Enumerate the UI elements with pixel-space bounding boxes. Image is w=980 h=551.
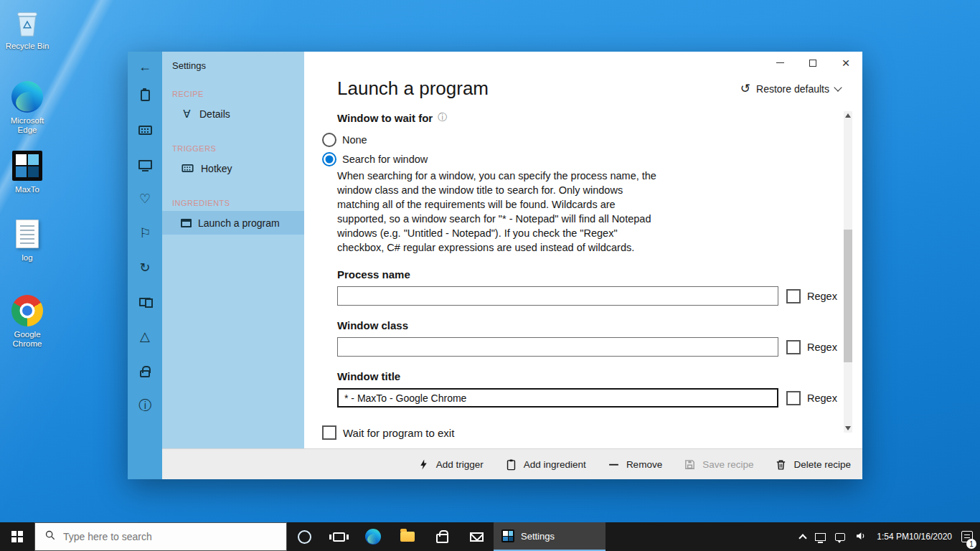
wait-for-exit-checkbox[interactable] (322, 425, 336, 440)
taskbar-clock[interactable]: 1:54 PM 10/16/2020 (875, 530, 953, 544)
details-icon: ∀ (181, 108, 193, 121)
scroll-down-arrow[interactable] (845, 426, 851, 430)
desktop-icon-label: Google Chrome (0, 330, 55, 349)
scroll-up-arrow[interactable] (845, 113, 851, 118)
window-title-regex-checkbox[interactable] (786, 391, 801, 405)
desktop-icon-microsoft-edge[interactable]: Microsoft Edge (0, 80, 55, 135)
restore-defaults-label: Restore defaults (756, 83, 829, 95)
section-header-ingredients: INGREDIENTS (162, 199, 304, 207)
tray-ime-button[interactable] (834, 532, 847, 542)
task-view-button[interactable] (321, 522, 356, 551)
main-content: × Launch a program ↺ Restore defaults Wi… (304, 52, 862, 448)
rail-button-hotkeys[interactable] (128, 122, 162, 138)
rail-button-updates[interactable]: ↻ (128, 260, 162, 276)
search-input[interactable] (63, 531, 277, 542)
sidebar-item-label: Hotkey (201, 163, 232, 174)
desktop-icon-maxto[interactable]: MaxTo (0, 149, 55, 194)
delete-recipe-button[interactable]: Delete recipe (775, 458, 851, 471)
rail-button-monitors[interactable] (128, 156, 162, 172)
cortana-button[interactable] (287, 522, 321, 551)
regex-label: Regex (807, 342, 837, 353)
window-title-input[interactable] (337, 388, 778, 408)
close-icon: × (842, 56, 849, 70)
rail-button-diagnostics[interactable]: △ (128, 329, 162, 344)
back-arrow-icon: ← (138, 60, 151, 75)
desktop-icon-label: Microsoft Edge (0, 116, 55, 135)
desktop-icon-recycle-bin[interactable]: Recycle Bin (0, 6, 55, 51)
settings-app-icon (501, 529, 514, 542)
process-name-input[interactable] (337, 286, 778, 306)
settings-sidebar: Settings RECIPE ∀ Details TRIGGERS Hotke… (162, 52, 304, 448)
rail-button-flags[interactable]: ⚐ (128, 225, 162, 241)
close-button[interactable]: × (829, 52, 862, 74)
maximize-icon (809, 60, 816, 67)
tray-volume-button[interactable] (853, 528, 869, 546)
store-bag-icon (436, 534, 448, 543)
info-icon: ⓘ (138, 399, 151, 412)
clipboard-icon (141, 90, 150, 101)
radio-none-circle[interactable] (322, 133, 336, 147)
nav-rail: ← ♡ ⚐ ↻ △ ⓘ (128, 52, 162, 479)
sidebar-item-label: Details (199, 108, 230, 120)
program-window-icon (181, 219, 192, 227)
process-name-label: Process name (337, 268, 862, 281)
minimize-icon (776, 62, 784, 64)
taskbar-settings-task[interactable]: Settings (494, 522, 606, 551)
scrollbar[interactable] (844, 111, 852, 433)
mail-button[interactable] (459, 522, 494, 551)
flag-icon: ⚐ (139, 227, 151, 240)
regex-label: Regex (807, 392, 837, 404)
tray-display-button[interactable] (814, 532, 827, 542)
remove-button[interactable]: Remove (608, 458, 662, 471)
desktop-icon-label: log (0, 253, 55, 263)
rail-button-favorites[interactable]: ♡ (128, 191, 162, 207)
desktop-icon-google-chrome[interactable]: Google Chrome (0, 294, 55, 349)
sidebar-item-launch-a-program[interactable]: Launch a program (162, 211, 304, 235)
save-recipe-label: Save recipe (702, 459, 753, 470)
speech-bubble-icon (835, 533, 845, 541)
rail-button-license[interactable] (128, 363, 162, 379)
chevron-down-icon (834, 83, 842, 91)
desktop: Recycle Bin Microsoft Edge MaxTo log Goo… (0, 0, 980, 551)
chrome-icon (11, 294, 44, 327)
scrollbar-thumb[interactable] (844, 230, 852, 362)
rail-button-devices[interactable] (128, 294, 162, 310)
save-recipe-button[interactable]: Save recipe (684, 458, 753, 471)
restore-defaults-button[interactable]: ↺ Restore defaults (740, 81, 841, 96)
file-explorer-button[interactable] (390, 522, 425, 551)
minimize-button[interactable] (763, 52, 796, 74)
sidebar-item-details[interactable]: ∀ Details (162, 102, 304, 126)
window-class-regex-checkbox[interactable] (786, 340, 801, 354)
desktop-icon-log[interactable]: log (0, 217, 55, 263)
lock-icon (140, 370, 150, 377)
sidebar-item-hotkey[interactable]: Hotkey (162, 156, 304, 180)
radio-search-for-window[interactable]: Search for window (322, 149, 862, 169)
taskbar-edge-button[interactable] (356, 522, 390, 551)
microsoft-store-button[interactable] (425, 522, 459, 551)
display-icon (815, 533, 826, 541)
add-trigger-label: Add trigger (436, 459, 484, 470)
wait-for-exit-label: Wait for program to exit (343, 427, 454, 439)
folder-icon (400, 532, 415, 542)
process-name-regex-checkbox[interactable] (786, 289, 801, 303)
start-button[interactable] (0, 522, 34, 551)
window-class-input[interactable] (337, 337, 778, 357)
rail-button-about[interactable]: ⓘ (128, 397, 162, 413)
cortana-icon (298, 530, 311, 544)
maximize-button[interactable] (796, 52, 829, 74)
page-title: Launch a program (337, 77, 489, 100)
back-button[interactable]: ← (128, 57, 162, 76)
add-ingredient-button[interactable]: Add ingredient (505, 458, 586, 471)
sidebar-item-label: Launch a program (198, 217, 280, 229)
tray-expand-button[interactable] (798, 532, 807, 542)
radio-none[interactable]: None (322, 130, 862, 149)
window-caption: × (763, 52, 862, 74)
hotkey-keyboard-icon (182, 164, 193, 172)
radio-none-label: None (342, 134, 367, 146)
taskbar-search[interactable] (34, 522, 287, 551)
rail-button-recipes[interactable] (128, 88, 162, 103)
radio-search-circle[interactable] (322, 152, 336, 166)
action-center-button[interactable]: 1 (960, 529, 974, 544)
add-trigger-button[interactable]: Add trigger (418, 458, 484, 471)
recycle-bin-icon (11, 6, 44, 39)
